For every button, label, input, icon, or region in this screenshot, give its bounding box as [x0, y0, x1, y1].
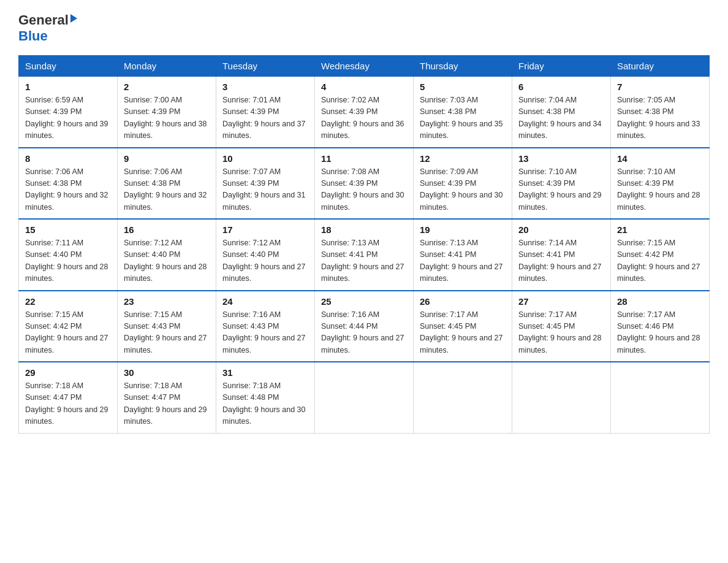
calendar-cell: 1Sunrise: 6:59 AMSunset: 4:39 PMDaylight…: [19, 77, 118, 148]
calendar-cell: 25Sunrise: 7:16 AMSunset: 4:44 PMDayligh…: [315, 291, 414, 362]
header-cell-saturday: Saturday: [611, 56, 710, 77]
day-number: 21: [617, 224, 703, 235]
day-number: 11: [321, 153, 407, 164]
logo-general-text: General: [18, 12, 69, 28]
day-number: 19: [420, 224, 506, 235]
week-row-2: 8Sunrise: 7:06 AMSunset: 4:38 PMDaylight…: [19, 148, 710, 220]
calendar-cell: 7Sunrise: 7:05 AMSunset: 4:38 PMDaylight…: [611, 77, 710, 148]
day-info: Sunrise: 7:02 AMSunset: 4:39 PMDaylight:…: [321, 94, 407, 142]
logo: General Blue: [18, 12, 77, 44]
calendar-cell: [315, 362, 414, 433]
day-number: 18: [321, 224, 407, 235]
day-info: Sunrise: 7:16 AMSunset: 4:44 PMDaylight:…: [321, 309, 407, 357]
day-info: Sunrise: 7:18 AMSunset: 4:47 PMDaylight:…: [25, 380, 111, 428]
header: General Blue: [18, 12, 710, 44]
calendar-cell: 3Sunrise: 7:01 AMSunset: 4:39 PMDaylight…: [216, 77, 315, 148]
day-info: Sunrise: 7:08 AMSunset: 4:39 PMDaylight:…: [321, 166, 407, 214]
header-cell-friday: Friday: [512, 56, 611, 77]
calendar-cell: 26Sunrise: 7:17 AMSunset: 4:45 PMDayligh…: [414, 291, 512, 362]
day-number: 1: [25, 82, 111, 92]
day-info: Sunrise: 7:10 AMSunset: 4:39 PMDaylight:…: [518, 166, 604, 214]
week-row-5: 29Sunrise: 7:18 AMSunset: 4:47 PMDayligh…: [19, 362, 710, 433]
day-info: Sunrise: 7:15 AMSunset: 4:42 PMDaylight:…: [617, 237, 703, 285]
day-number: 24: [222, 296, 308, 307]
day-number: 28: [617, 296, 703, 307]
calendar-cell: 5Sunrise: 7:03 AMSunset: 4:38 PMDaylight…: [414, 77, 512, 148]
day-info: Sunrise: 7:15 AMSunset: 4:43 PMDaylight:…: [124, 309, 210, 357]
day-number: 26: [420, 296, 506, 307]
calendar-cell: 12Sunrise: 7:09 AMSunset: 4:39 PMDayligh…: [414, 148, 512, 220]
calendar-cell: 24Sunrise: 7:16 AMSunset: 4:43 PMDayligh…: [216, 291, 315, 362]
day-number: 30: [124, 367, 210, 378]
day-info: Sunrise: 6:59 AMSunset: 4:39 PMDaylight:…: [25, 94, 111, 142]
day-info: Sunrise: 7:00 AMSunset: 4:39 PMDaylight:…: [124, 94, 210, 142]
day-number: 3: [222, 82, 308, 92]
day-number: 12: [420, 153, 506, 164]
day-number: 29: [25, 367, 111, 378]
day-number: 25: [321, 296, 407, 307]
day-info: Sunrise: 7:09 AMSunset: 4:39 PMDaylight:…: [420, 166, 506, 214]
header-cell-monday: Monday: [118, 56, 216, 77]
day-number: 15: [25, 224, 111, 235]
day-number: 22: [25, 296, 111, 307]
calendar-cell: 16Sunrise: 7:12 AMSunset: 4:40 PMDayligh…: [118, 219, 216, 291]
day-info: Sunrise: 7:18 AMSunset: 4:48 PMDaylight:…: [222, 380, 308, 428]
day-number: 14: [617, 153, 703, 164]
header-row: SundayMondayTuesdayWednesdayThursdayFrid…: [19, 56, 710, 77]
calendar-cell: 2Sunrise: 7:00 AMSunset: 4:39 PMDaylight…: [118, 77, 216, 148]
day-info: Sunrise: 7:12 AMSunset: 4:40 PMDaylight:…: [222, 237, 308, 285]
day-number: 16: [124, 224, 210, 235]
calendar-cell: 14Sunrise: 7:10 AMSunset: 4:39 PMDayligh…: [611, 148, 710, 220]
calendar-cell: 18Sunrise: 7:13 AMSunset: 4:41 PMDayligh…: [315, 219, 414, 291]
day-info: Sunrise: 7:05 AMSunset: 4:38 PMDaylight:…: [617, 94, 703, 142]
day-info: Sunrise: 7:11 AMSunset: 4:40 PMDaylight:…: [25, 237, 111, 285]
calendar-cell: 20Sunrise: 7:14 AMSunset: 4:41 PMDayligh…: [512, 219, 611, 291]
day-info: Sunrise: 7:17 AMSunset: 4:45 PMDaylight:…: [420, 309, 506, 357]
day-info: Sunrise: 7:16 AMSunset: 4:43 PMDaylight:…: [222, 309, 308, 357]
day-number: 23: [124, 296, 210, 307]
calendar-cell: 27Sunrise: 7:17 AMSunset: 4:45 PMDayligh…: [512, 291, 611, 362]
calendar-cell: [512, 362, 611, 433]
calendar-cell: 8Sunrise: 7:06 AMSunset: 4:38 PMDaylight…: [19, 148, 118, 220]
calendar-cell: 15Sunrise: 7:11 AMSunset: 4:40 PMDayligh…: [19, 219, 118, 291]
header-cell-wednesday: Wednesday: [315, 56, 414, 77]
day-number: 10: [222, 153, 308, 164]
week-row-3: 15Sunrise: 7:11 AMSunset: 4:40 PMDayligh…: [19, 219, 710, 291]
day-number: 9: [124, 153, 210, 164]
day-info: Sunrise: 7:12 AMSunset: 4:40 PMDaylight:…: [124, 237, 210, 285]
day-number: 6: [518, 82, 604, 92]
calendar-cell: 21Sunrise: 7:15 AMSunset: 4:42 PMDayligh…: [611, 219, 710, 291]
logo-blue-text: Blue: [18, 28, 48, 44]
day-info: Sunrise: 7:17 AMSunset: 4:46 PMDaylight:…: [617, 309, 703, 357]
header-cell-thursday: Thursday: [414, 56, 512, 77]
day-info: Sunrise: 7:04 AMSunset: 4:38 PMDaylight:…: [518, 94, 604, 142]
week-row-1: 1Sunrise: 6:59 AMSunset: 4:39 PMDaylight…: [19, 77, 710, 148]
calendar-cell: 9Sunrise: 7:06 AMSunset: 4:38 PMDaylight…: [118, 148, 216, 220]
day-number: 5: [420, 82, 506, 92]
page-container: General Blue SundayMondayTuesdayWednesda…: [18, 12, 710, 434]
day-info: Sunrise: 7:10 AMSunset: 4:39 PMDaylight:…: [617, 166, 703, 214]
calendar-cell: 23Sunrise: 7:15 AMSunset: 4:43 PMDayligh…: [118, 291, 216, 362]
day-number: 13: [518, 153, 604, 164]
day-info: Sunrise: 7:01 AMSunset: 4:39 PMDaylight:…: [222, 94, 308, 142]
day-number: 31: [222, 367, 308, 378]
calendar-cell: [414, 362, 512, 433]
calendar-cell: 11Sunrise: 7:08 AMSunset: 4:39 PMDayligh…: [315, 148, 414, 220]
day-number: 20: [518, 224, 604, 235]
day-info: Sunrise: 7:06 AMSunset: 4:38 PMDaylight:…: [124, 166, 210, 214]
calendar-cell: 6Sunrise: 7:04 AMSunset: 4:38 PMDaylight…: [512, 77, 611, 148]
logo-arrow-icon: [70, 14, 77, 23]
calendar-cell: [611, 362, 710, 433]
calendar-cell: 17Sunrise: 7:12 AMSunset: 4:40 PMDayligh…: [216, 219, 315, 291]
calendar-cell: 29Sunrise: 7:18 AMSunset: 4:47 PMDayligh…: [19, 362, 118, 433]
day-info: Sunrise: 7:06 AMSunset: 4:38 PMDaylight:…: [25, 166, 111, 214]
day-info: Sunrise: 7:18 AMSunset: 4:47 PMDaylight:…: [124, 380, 210, 428]
day-number: 2: [124, 82, 210, 92]
day-info: Sunrise: 7:17 AMSunset: 4:45 PMDaylight:…: [518, 309, 604, 357]
calendar-table: SundayMondayTuesdayWednesdayThursdayFrid…: [18, 55, 710, 434]
day-info: Sunrise: 7:07 AMSunset: 4:39 PMDaylight:…: [222, 166, 308, 214]
day-info: Sunrise: 7:13 AMSunset: 4:41 PMDaylight:…: [321, 237, 407, 285]
day-number: 17: [222, 224, 308, 235]
calendar-cell: 19Sunrise: 7:13 AMSunset: 4:41 PMDayligh…: [414, 219, 512, 291]
calendar-cell: 28Sunrise: 7:17 AMSunset: 4:46 PMDayligh…: [611, 291, 710, 362]
